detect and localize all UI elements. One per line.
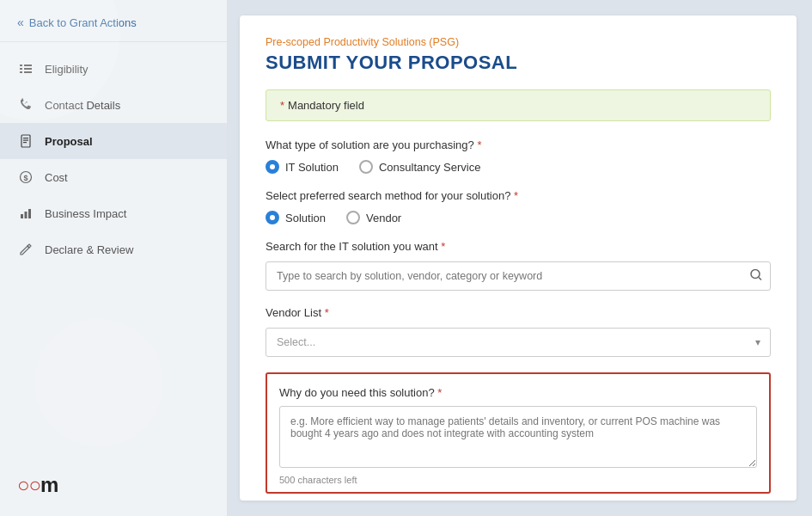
sidebar-item-label-eligibility: Eligibility (45, 63, 89, 76)
sidebar-item-label-declare-review: Declare & Review (45, 243, 133, 256)
sidebar-back-section: Back to Grant Actions (0, 0, 227, 42)
vendor-list-label-text: Vendor List (266, 306, 321, 319)
svg-rect-15 (28, 209, 31, 218)
vendor-list-select-wrapper: Select... ▾ (266, 328, 771, 357)
vendor-list-required: * (325, 306, 329, 319)
solution-type-radio-group: IT Solution Consultancy Service (266, 160, 771, 174)
why-section: Why do you need this solution? * 500 cha… (266, 372, 771, 494)
search-label-text: Search for the IT solution you want (266, 240, 438, 253)
svg-rect-4 (20, 71, 22, 73)
vendor-list-select[interactable]: Select... (266, 328, 771, 357)
search-section: Search for the IT solution you want * (266, 240, 771, 291)
solution-method-label: Solution (285, 212, 326, 224)
solution-type-section: What type of solution are you purchasing… (266, 138, 771, 174)
sidebar-item-contact-details[interactable]: ↗ Contact Details (0, 87, 227, 123)
consultancy-service-option[interactable]: Consultancy Service (359, 160, 481, 174)
svg-rect-2 (20, 68, 22, 70)
money-icon: $ (17, 169, 34, 186)
svg-rect-5 (24, 71, 32, 73)
logo-m: m (40, 473, 58, 496)
phone-icon: ↗ (17, 96, 34, 114)
search-method-section: Select preferred search method for your … (266, 189, 771, 224)
page-subtitle: Pre-scoped Productivity Solutions (PSG) (266, 36, 771, 48)
it-solution-radio[interactable] (266, 160, 279, 174)
vendor-list-label: Vendor List * (266, 306, 771, 319)
logo-circle-left: ○ (17, 473, 29, 496)
search-method-label: Select preferred search method for your … (266, 189, 771, 202)
solution-method-option[interactable]: Solution (266, 211, 326, 224)
logo-circle-right: ○ (29, 473, 41, 496)
consultancy-service-radio[interactable] (359, 160, 373, 174)
sidebar-nav: Eligibility ↗ Contact Details (0, 42, 227, 276)
vendor-method-radio[interactable] (346, 211, 360, 224)
search-icon (750, 269, 762, 281)
it-solution-option[interactable]: IT Solution (266, 160, 339, 174)
solution-type-label: What type of solution are you purchasing… (266, 138, 771, 151)
svg-point-16 (751, 270, 760, 279)
svg-rect-3 (24, 68, 32, 70)
search-method-radio-group: Solution Vendor (266, 211, 771, 224)
search-input-wrapper (266, 261, 771, 291)
page-title: SUBMIT YOUR PROPOSAL (266, 52, 771, 74)
sidebar-item-eligibility[interactable]: Eligibility (0, 51, 227, 87)
sidebar: Back to Grant Actions Eligibility (0, 0, 228, 516)
sidebar-item-proposal[interactable]: Proposal (0, 123, 227, 159)
why-textarea[interactable] (279, 406, 757, 468)
mandatory-text: Mandatory field (288, 99, 364, 112)
svg-line-17 (759, 278, 761, 280)
search-method-required: * (514, 189, 518, 202)
sidebar-item-label-cost: Cost (45, 171, 68, 184)
vendor-method-option[interactable]: Vendor (346, 211, 401, 224)
sidebar-item-label-contact-details: Contact Details (45, 99, 120, 112)
logo-area: ○○m (17, 473, 58, 497)
mandatory-banner: *Mandatory field (266, 89, 771, 121)
svg-text:↗: ↗ (24, 100, 27, 105)
sidebar-item-label-proposal: Proposal (45, 135, 93, 148)
svg-rect-13 (21, 214, 23, 218)
vendor-list-section: Vendor List * Select... ▾ (266, 306, 771, 357)
sidebar-item-business-impact[interactable]: Business Impact (0, 195, 227, 231)
search-icon-button[interactable] (750, 269, 762, 284)
document-icon (17, 132, 34, 150)
why-label-text: Why do you need this solution? (279, 386, 435, 399)
it-solution-label: IT Solution (285, 161, 339, 174)
search-input[interactable] (266, 261, 771, 291)
vendor-method-label: Vendor (366, 212, 401, 224)
svg-rect-9 (23, 140, 28, 141)
solution-type-required: * (477, 138, 481, 151)
svg-rect-8 (23, 138, 28, 138)
svg-rect-0 (20, 64, 22, 66)
pencil-icon (17, 241, 34, 258)
sidebar-item-declare-review[interactable]: Declare & Review (0, 231, 227, 267)
search-method-question-text: Select preferred search method for your … (266, 189, 510, 202)
svg-rect-14 (25, 212, 27, 218)
search-required: * (441, 240, 445, 253)
char-count: 500 characters left (279, 475, 757, 485)
page-wrapper: Back to Grant Actions Eligibility (0, 0, 812, 516)
svg-rect-10 (23, 142, 27, 143)
consultancy-service-label: Consultancy Service (379, 161, 481, 174)
why-required: * (437, 386, 442, 399)
list-icon (17, 60, 34, 77)
svg-rect-1 (24, 64, 32, 66)
sidebar-item-cost[interactable]: $ Cost (0, 159, 227, 195)
logo-text: ○○m (17, 473, 58, 497)
back-to-grant-actions-link[interactable]: Back to Grant Actions (17, 15, 210, 29)
svg-text:$: $ (24, 174, 28, 182)
main-content: Pre-scoped Productivity Solutions (PSG) … (240, 15, 797, 501)
sidebar-item-label-business-impact: Business Impact (45, 207, 126, 220)
why-label: Why do you need this solution? * (279, 386, 757, 399)
solution-method-radio[interactable] (266, 211, 279, 224)
chart-icon (17, 205, 34, 222)
search-label: Search for the IT solution you want * (266, 240, 771, 253)
svg-rect-7 (21, 135, 30, 147)
mandatory-asterisk: * (280, 99, 284, 112)
solution-type-question-text: What type of solution are you purchasing… (266, 138, 474, 151)
